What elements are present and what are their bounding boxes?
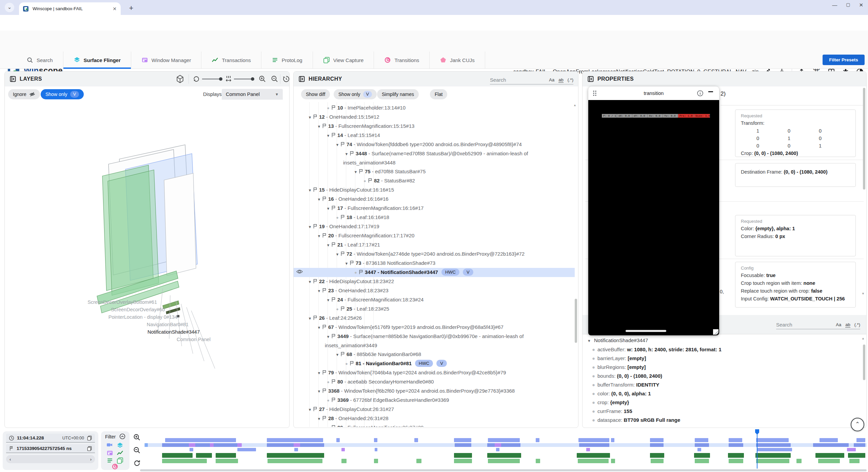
hierarchy-row[interactable]: ▼13 - FullscreenMagnification:15:15#13 — [294, 122, 575, 131]
timeline-cursor-pin[interactable] — [755, 429, 759, 435]
reset-view-icon[interactable] — [282, 75, 290, 83]
displays-select[interactable]: Common Panel ▼ — [222, 89, 283, 100]
hierarchy-row[interactable]: ▼26 - Leaf:24:25#26 — [294, 314, 575, 323]
expand-arrow-icon[interactable]: ▼ — [316, 287, 322, 295]
tab-view-capture[interactable]: View Capture — [313, 52, 374, 68]
hierarchy-scrollbar[interactable] — [575, 299, 577, 343]
hierarchy-row[interactable]: ▼23 - OneHanded:18:23#23 — [294, 286, 575, 295]
frame-step-control[interactable]: ‹› — [6, 455, 95, 463]
filter-presets-button[interactable]: Filter Presets — [823, 55, 865, 65]
hierarchy-row[interactable]: ▼79 - WindowToken{7046b4a type=2024 andr… — [294, 368, 575, 377]
hierarchy-row[interactable]: ▼20 - FullscreenMagnification:17:17#20 — [294, 231, 575, 240]
expand-arrow-icon[interactable]: ▼ — [316, 195, 322, 204]
timestamp-field[interactable]: 11:04:14.228 UTC+00:00 — [6, 434, 95, 442]
expand-arrow-icon[interactable]: ▼ — [325, 424, 332, 427]
properties-tree-scrollbar[interactable] — [863, 345, 865, 380]
overlay-header[interactable]: transition — [588, 86, 719, 100]
chart-filter-icon[interactable] — [117, 450, 123, 456]
hierarchy-flat-toggle[interactable]: Flat — [430, 89, 447, 99]
hierarchy-row-selected[interactable]: ●3447 - NotificationShade#3447HWCV — [294, 268, 575, 277]
hierarchy-row[interactable]: ▼72 - WindowToken{a2746de type=2040 andr… — [294, 250, 575, 259]
property-item[interactable]: ●bounds: (0, 0) - (1080, 2400) — [587, 372, 862, 380]
hierarchy-row[interactable]: ▼68 - 885b63e NavigationBar0#68 — [294, 350, 575, 359]
hierarchy-row[interactable]: ▼22 - HideDisplayCutout:18:23#22 — [294, 277, 575, 286]
expand-arrow-icon[interactable]: ▼ — [316, 369, 322, 377]
hierarchy-row[interactable]: ●25 - Leaf:18:23#25 — [294, 304, 575, 314]
scroll-down-icon[interactable]: ▼ — [862, 292, 865, 295]
window-maximize-icon[interactable]: ▢ — [846, 2, 850, 8]
resize-grip[interactable] — [713, 329, 718, 335]
3d-view-icon[interactable] — [176, 75, 184, 83]
hierarchy-row[interactable]: ▼17 - FullscreenMagnification:16:16#17 — [294, 204, 575, 213]
expand-arrow-icon[interactable]: ▼ — [325, 332, 332, 341]
swirl-filter-icon[interactable] — [112, 463, 118, 470]
property-item[interactable]: ●dataspace: BT709 sRGB Full range — [587, 416, 862, 425]
layers-3d-view[interactable] — [5, 102, 290, 428]
visibility-eye-icon[interactable] — [296, 269, 303, 274]
frames-filter-icon[interactable] — [117, 457, 123, 464]
spacing-slider[interactable] — [234, 79, 253, 79]
property-item[interactable]: ●currFrame: 155 — [587, 407, 862, 416]
expand-arrow-icon[interactable]: ▼ — [343, 150, 350, 158]
regex-icon[interactable]: (.*) — [854, 322, 860, 327]
hierarchy-row[interactable]: ▼29 - FullscreenMagnification:26:27#29 — [294, 423, 575, 427]
copy-icon[interactable] — [87, 446, 92, 451]
hierarchy-row[interactable]: ▼19 - OneHanded:17:17#19 — [294, 222, 575, 231]
tab-transitions[interactable]: Transitions — [374, 52, 430, 68]
hierarchy-row[interactable]: ▼21 - Leaf:17:17#21 — [294, 240, 575, 250]
hierarchy-row[interactable]: ●80 - ace6abb SecondaryHomeHandle0#80 — [294, 377, 575, 387]
hierarchy-row[interactable]: ▼74 - WindowToken{fdddbe6 type=2000 andr… — [294, 140, 575, 149]
tab-window-manager[interactable]: Window Manager — [131, 52, 202, 68]
regex-icon[interactable]: (.*) — [568, 77, 573, 82]
match-case-icon[interactable]: Aa — [549, 77, 554, 82]
hierarchy-row[interactable]: ●18 - Leaf:16:16#18 — [294, 213, 575, 222]
match-word-icon[interactable]: ab — [558, 77, 563, 83]
tab-search-chevron-icon[interactable]: ⌄ — [5, 3, 14, 12]
property-item[interactable]: ●activeBuffer: w: 1080, h: 2400, stride:… — [587, 345, 862, 354]
expand-arrow-icon[interactable]: ▼ — [334, 140, 341, 149]
hierarchy-tree[interactable]: ●10 - ImePlaceholder:13:14#10▼12 - OneHa… — [294, 102, 575, 427]
timeline-horizontal-scrollbar[interactable] — [140, 469, 867, 471]
hierarchy-row[interactable]: ▼24 - FullscreenMagnification:18:23#24 — [294, 295, 575, 304]
tab-search[interactable]: Search — [16, 52, 63, 68]
collapse-panel-icon[interactable] — [298, 76, 305, 82]
expand-arrow-icon[interactable]: ▼ — [316, 232, 322, 240]
browser-tab[interactable]: Winscope | sandbox-FAIL ✕ — [19, 2, 121, 15]
property-item[interactable]: ●blurRegions: [empty] — [587, 363, 862, 372]
info-icon[interactable] — [697, 90, 704, 97]
hierarchy-row[interactable]: ▼3448 - Surface(name=ed70f88 StatusBar)/… — [294, 149, 575, 167]
window-minimize-icon[interactable]: — — [832, 2, 837, 8]
expand-arrow-icon[interactable]: ▼ — [316, 323, 322, 332]
property-item[interactable]: ●crop: {empty} — [587, 398, 862, 407]
hierarchy-row[interactable]: ▼3449 - Surface(name=885b63e NavigationB… — [294, 332, 575, 350]
hierarchy-row[interactable]: ▼73 - 8736138 NotificationShade#73 — [294, 259, 575, 268]
hierarchy-row[interactable]: ▼3368 - WindowToken{f6b2f60 type=2024 an… — [294, 387, 575, 396]
timeline-zoom-out-icon[interactable] — [133, 446, 141, 454]
properties-search-input[interactable]: Search Aaab(.*) — [776, 319, 860, 329]
hierarchy-row[interactable]: ●81 - NavigationBar0#81HWCV — [294, 359, 575, 368]
hierarchy-row[interactable]: ▼14 - Leaf:15:15#14 — [294, 131, 575, 140]
tab-jank-cujs[interactable]: Jank CUJs — [430, 52, 485, 68]
tab-protolog[interactable]: ProtoLog — [261, 52, 313, 68]
match-case-icon[interactable]: Aa — [836, 322, 841, 327]
expand-arrow-icon[interactable]: ▼ — [316, 414, 322, 423]
properties-tree-root[interactable]: ▼NotificationShade#3447 — [587, 336, 862, 345]
expand-arrow-icon[interactable]: ▼ — [325, 131, 332, 140]
show-only-v-toggle[interactable]: Show only V — [41, 89, 84, 99]
hierarchy-row[interactable]: ●10 - ImePlaceholder:13:14#10 — [294, 103, 575, 113]
expand-arrow-icon[interactable]: ▼ — [352, 168, 359, 176]
zoom-out-icon[interactable] — [271, 75, 279, 83]
expand-arrow-icon[interactable]: ▼ — [316, 122, 322, 131]
hierarchy-row[interactable]: ▼27 - HideDisplayCutout:26:31#27 — [294, 405, 575, 414]
hierarchy-show-only-toggle[interactable]: Show onlyV — [334, 89, 377, 99]
hierarchy-row[interactable]: ●3369 - 67726bf EdgeBackGestureHandler0#… — [294, 396, 575, 405]
scroll-up-icon[interactable]: ▲ — [573, 103, 576, 107]
hierarchy-row[interactable]: ▼28 - OneHanded:26:31#28 — [294, 414, 575, 423]
hierarchy-simplify-names-toggle[interactable]: Simplify names — [377, 89, 419, 99]
hierarchy-row[interactable]: ▼75 - ed70f88 StatusBar#75 — [294, 167, 575, 176]
collapse-panel-icon[interactable] — [9, 76, 16, 82]
timeline-canvas[interactable] — [144, 429, 867, 470]
new-tab-button[interactable]: + — [126, 3, 136, 14]
expand-arrow-icon[interactable]: ▼ — [307, 186, 313, 195]
hierarchy-row[interactable]: ▼12 - OneHanded:15:15#12 — [294, 113, 575, 122]
